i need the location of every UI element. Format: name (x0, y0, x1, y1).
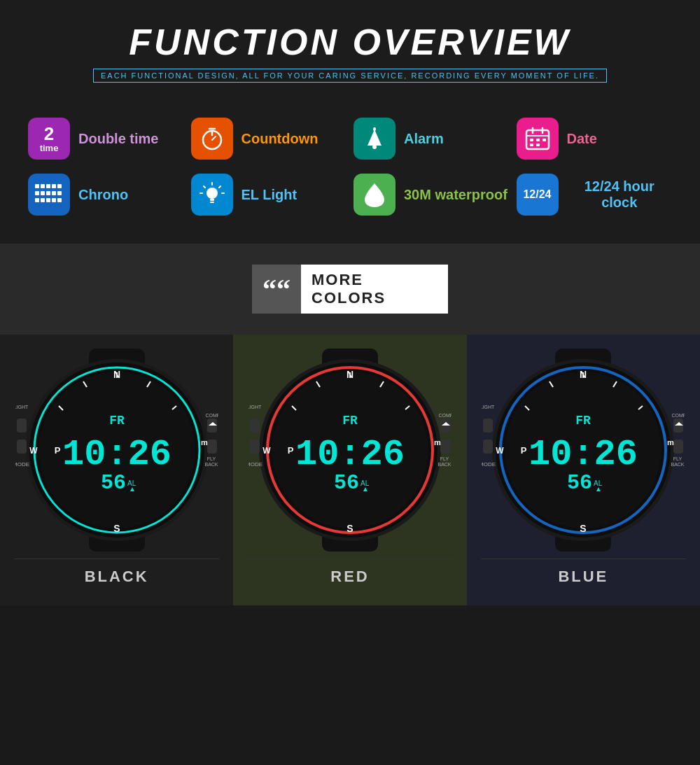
countdown-icon (191, 118, 233, 160)
svg-line-2 (212, 136, 216, 140)
svg-rect-27 (46, 198, 50, 202)
svg-text:FR: FR (109, 414, 125, 428)
subtitle: EACH FUNCTIONAL DESIGN, ALL FOR YOUR CAR… (93, 69, 607, 83)
feature-countdown: Countdown (191, 118, 347, 160)
svg-rect-114 (483, 419, 493, 433)
svg-text:W: W (496, 446, 505, 456)
svg-text:m: m (667, 438, 674, 447)
alarm-label: Alarm (404, 131, 444, 147)
svg-rect-117 (673, 440, 683, 454)
date-icon (517, 118, 559, 160)
svg-text:BACK: BACK (671, 462, 685, 467)
svg-text:10:26: 10:26 (295, 434, 405, 475)
svg-point-4 (372, 145, 377, 149)
svg-rect-23 (52, 191, 56, 195)
feature-double-time: 2 time Double time (28, 118, 184, 160)
svg-text:m: m (201, 438, 208, 447)
hour-clock-label: 12/24 hour clock (567, 178, 673, 211)
watch-face-black: N S W LIGHT MODE COMP FLY BACK (15, 349, 218, 552)
svg-rect-52 (17, 419, 27, 433)
svg-text:56: 56 (101, 471, 126, 495)
svg-text:10:26: 10:26 (62, 434, 172, 475)
svg-rect-29 (57, 198, 62, 202)
svg-text:MODE: MODE (248, 461, 262, 468)
alarm-icon (354, 118, 396, 160)
countdown-svg (200, 126, 225, 151)
svg-text:56: 56 (334, 471, 359, 495)
svg-text:FR: FR (576, 414, 592, 428)
svg-rect-83 (250, 419, 260, 433)
waterproof-label: 30M waterproof (404, 187, 507, 203)
watch-label-black: BLACK (14, 559, 219, 591)
svg-rect-19 (57, 184, 62, 188)
feature-el-light: EL Light (191, 174, 347, 216)
svg-text:S: S (346, 523, 353, 534)
date-label: Date (567, 131, 597, 147)
svg-rect-32 (210, 202, 214, 203)
svg-rect-86 (440, 440, 450, 454)
svg-text:MODE: MODE (482, 461, 496, 468)
double-time-label: Double time (78, 131, 158, 147)
svg-line-36 (204, 186, 205, 188)
feature-alarm: Alarm (354, 118, 510, 160)
svg-rect-15 (35, 184, 39, 188)
watch-label-red: RED (247, 559, 452, 591)
svg-text:S: S (580, 523, 587, 534)
svg-text:COMP: COMP (672, 413, 685, 418)
svg-text:W: W (29, 446, 38, 456)
svg-rect-22 (46, 191, 50, 195)
svg-rect-10 (530, 139, 533, 141)
more-colors-text: MORE COLORS (301, 271, 448, 307)
more-colors-banner: ““ MORE COLORS (252, 265, 448, 314)
svg-rect-55 (207, 440, 217, 454)
svg-text:▲: ▲ (129, 485, 136, 493)
svg-text:FLY: FLY (206, 456, 216, 461)
svg-rect-84 (250, 440, 260, 454)
watch-label-blue: BLUE (481, 559, 686, 591)
svg-rect-20 (35, 191, 39, 195)
svg-text:m: m (434, 438, 441, 447)
svg-text:LIGHT: LIGHT (482, 405, 495, 409)
alarm-svg (362, 126, 387, 151)
svg-text:10:26: 10:26 (528, 434, 638, 475)
svg-rect-18 (52, 184, 56, 188)
svg-text:FLY: FLY (673, 456, 682, 461)
svg-line-34 (219, 186, 220, 188)
watch-face-blue: N S W LIGHT MODE COMP FLY BACK m P (482, 349, 685, 552)
watch-face-red: N S W LIGHT MODE COMP FLY BACK m P (248, 349, 451, 552)
svg-point-30 (206, 188, 218, 199)
svg-text:MODE: MODE (15, 461, 29, 468)
svg-rect-16 (41, 184, 45, 188)
svg-rect-5 (373, 127, 376, 131)
more-colors-section: ““ MORE COLORS (0, 244, 700, 335)
svg-text:LIGHT: LIGHT (15, 405, 29, 409)
watches-section: N S W LIGHT MODE COMP FLY BACK (0, 335, 700, 605)
svg-text:P: P (288, 445, 294, 456)
svg-text:P: P (54, 445, 60, 456)
el-light-svg (200, 182, 225, 207)
waterproof-icon (354, 174, 396, 216)
svg-rect-13 (530, 143, 533, 146)
chrono-svg (34, 183, 64, 206)
svg-text:BACK: BACK (438, 462, 451, 467)
feature-date: Date (517, 118, 673, 160)
svg-rect-14 (536, 143, 540, 146)
svg-text:FR: FR (342, 414, 358, 428)
svg-rect-21 (41, 191, 45, 195)
feature-waterproof: 30M waterproof (354, 174, 510, 216)
svg-rect-53 (17, 440, 27, 454)
svg-text:COMP: COMP (438, 413, 451, 418)
el-light-icon (191, 174, 233, 216)
el-light-label: EL Light (241, 187, 298, 203)
svg-text:56: 56 (567, 471, 592, 495)
svg-text:LIGHT: LIGHT (248, 405, 262, 409)
svg-rect-115 (483, 440, 493, 454)
svg-text:FLY: FLY (440, 456, 449, 461)
feature-chrono: Chrono (28, 174, 184, 216)
watch-card-blue: N S W LIGHT MODE COMP FLY BACK m P (467, 335, 700, 605)
svg-rect-17 (46, 184, 50, 188)
watch-card-black: N S W LIGHT MODE COMP FLY BACK (0, 335, 233, 605)
svg-rect-25 (35, 198, 39, 202)
hour-clock-icon: 12/24 (517, 174, 559, 216)
svg-text:▲: ▲ (362, 485, 369, 493)
